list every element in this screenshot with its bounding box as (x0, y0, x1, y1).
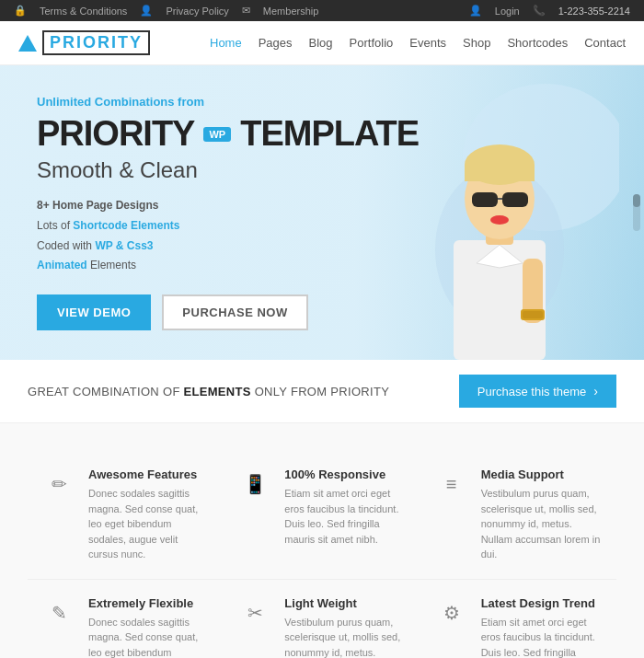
top-bar-right: 👤 Login 📞 1-223-355-2214 (469, 5, 630, 17)
hero-title-row: PRIORITY WP TEMPLATE (37, 114, 317, 154)
logo-icon (18, 35, 37, 52)
promo-text-bold: ELEMENTS (184, 385, 251, 398)
svg-rect-9 (502, 192, 528, 207)
feature-title: Latest Design Trend (481, 596, 602, 610)
hero-section: Unlimited Combinations from PRIORITY WP … (0, 65, 644, 360)
feature-icon: ✏ (42, 468, 75, 501)
hero-unlimited-text: Unlimited Combinations from (37, 95, 317, 109)
promo-text-prefix: GREAT COMBINATION OF (28, 385, 184, 398)
feature-title: Media Support (481, 468, 602, 481)
nav-blog[interactable]: Blog (309, 36, 333, 50)
feature-desc: Donec sodales sagittis magna. Sed conse … (88, 615, 209, 659)
membership-icon: ✉ (242, 5, 250, 17)
svg-point-11 (490, 215, 509, 225)
feature-desc: Vestibulum purus quam, scelerisque ut, m… (284, 615, 405, 659)
main-nav: Home Pages Blog Portfolio Events Shop Sh… (210, 36, 626, 50)
hero-features: 8+ Home Page Designs Lots of Shortcode E… (37, 196, 317, 275)
features-grid: ✏ Awesome Features Donec sodales sagitti… (28, 451, 616, 658)
login-link[interactable]: Login (495, 6, 520, 17)
promo-text: GREAT COMBINATION OF ELEMENTS ONLY FROM … (28, 385, 389, 398)
svg-rect-8 (472, 192, 498, 207)
terms-link[interactable]: Terms & Conditions (40, 6, 127, 17)
feature-desc: Etiam sit amet orci eget eros faucibus l… (284, 486, 405, 547)
view-demo-button[interactable]: VIEW DEMO (37, 294, 151, 330)
feature-content: Light Weight Vestibulum purus quam, scel… (284, 596, 405, 659)
purchase-theme-label: Purchase this theme (477, 385, 587, 398)
feature-item: 📱 100% Responsive Etiam sit amet orci eg… (224, 451, 420, 580)
nav-pages[interactable]: Pages (259, 36, 293, 50)
nav-events[interactable]: Events (409, 36, 446, 50)
logo-priority: PRIORITY (50, 33, 143, 52)
nav-shortcodes[interactable]: Shortcodes (507, 36, 568, 50)
feature-icon: ✎ (42, 596, 75, 629)
hero-content: Unlimited Combinations from PRIORITY WP … (0, 67, 354, 357)
nav-home[interactable]: Home (210, 36, 242, 50)
hero-scrollbar[interactable] (633, 194, 640, 231)
logo: PRIORITY (18, 30, 150, 55)
promo-bar: GREAT COMBINATION OF ELEMENTS ONLY FROM … (0, 360, 644, 423)
feature-title: 100% Responsive (284, 468, 405, 481)
top-bar-left: 🔒 Terms & Conditions 👤 Privacy Policy ✉ … (14, 5, 318, 17)
feature-title: Extremely Flexible (88, 596, 209, 610)
privacy-link[interactable]: Privacy Policy (166, 6, 228, 17)
phone-number: 1-223-355-2214 (558, 6, 630, 17)
membership-link[interactable]: Membership (263, 6, 319, 17)
hero-title-priority: PRIORITY (37, 114, 194, 154)
nav-contact[interactable]: Contact (584, 36, 626, 50)
features-section: ✏ Awesome Features Donec sodales sagitti… (0, 423, 644, 658)
hero-feature2: Lots of Shortcode Elements (37, 216, 317, 237)
phone-icon: 📞 (533, 5, 546, 17)
hero-image (354, 65, 644, 360)
hero-person-svg (380, 65, 619, 360)
header: PRIORITY Home Pages Blog Portfolio Event… (0, 21, 644, 65)
nav-shop[interactable]: Shop (463, 36, 490, 50)
feature-content: Awesome Features Donec sodales sagittis … (88, 468, 209, 562)
hero-feature1: 8+ Home Page Designs (37, 196, 317, 216)
feature-icon: ⚙ (435, 596, 468, 629)
feature-icon: 📱 (238, 468, 271, 501)
nav-portfolio[interactable]: Portfolio (350, 36, 394, 50)
feature-icon: ≡ (435, 468, 468, 501)
feature-item: ✏ Awesome Features Donec sodales sagitti… (28, 451, 224, 580)
svg-rect-7 (465, 165, 535, 181)
privacy-icon: 👤 (140, 5, 153, 17)
feature-item: ✎ Extremely Flexible Donec sodales sagit… (28, 580, 224, 659)
hero-wp-badge: WP (203, 127, 231, 142)
purchase-now-button[interactable]: PURCHASE NOW (162, 294, 307, 330)
svg-rect-14 (523, 311, 543, 318)
hero-buttons: VIEW DEMO PURCHASE NOW (37, 294, 317, 330)
feature-item: ⚙ Latest Design Trend Etiam sit amet orc… (420, 580, 616, 659)
feature-item: ✂ Light Weight Vestibulum purus quam, sc… (224, 580, 420, 659)
purchase-theme-arrow: › (593, 384, 598, 398)
feature-content: Media Support Vestibulum purus quam, sce… (481, 468, 602, 562)
hero-feature4: Animated Elements (37, 256, 317, 276)
feature-content: Latest Design Trend Etiam sit amet orci … (481, 596, 602, 659)
hero-subtitle: Smooth & Clean (37, 157, 317, 183)
promo-text-suffix: ONLY FROM PRIORITY (251, 385, 389, 398)
feature-title: Awesome Features (88, 468, 209, 481)
user-icon: 👤 (469, 5, 482, 17)
lock-icon: 🔒 (14, 5, 27, 17)
hero-feature3: Coded with WP & Css3 (37, 237, 317, 257)
feature-content: 100% Responsive Etiam sit amet orci eget… (284, 468, 405, 562)
feature-desc: Donec sodales sagittis magna. Sed conse … (88, 486, 209, 562)
purchase-theme-button[interactable]: Purchase this theme › (459, 375, 616, 408)
feature-desc: Etiam sit amet orci eget eros faucibus l… (481, 615, 602, 659)
logo-text: PRIORITY (42, 30, 150, 55)
feature-icon: ✂ (238, 596, 271, 629)
feature-title: Light Weight (284, 596, 405, 610)
feature-content: Extremely Flexible Donec sodales sagitti… (88, 596, 209, 659)
feature-desc: Vestibulum purus quam, scelerisque ut, m… (481, 486, 602, 562)
feature-item: ≡ Media Support Vestibulum purus quam, s… (420, 451, 616, 580)
hero-scrollbar-thumb (633, 194, 640, 207)
hero-title-template: TEMPLATE (240, 114, 419, 154)
top-bar: 🔒 Terms & Conditions 👤 Privacy Policy ✉ … (0, 0, 644, 21)
